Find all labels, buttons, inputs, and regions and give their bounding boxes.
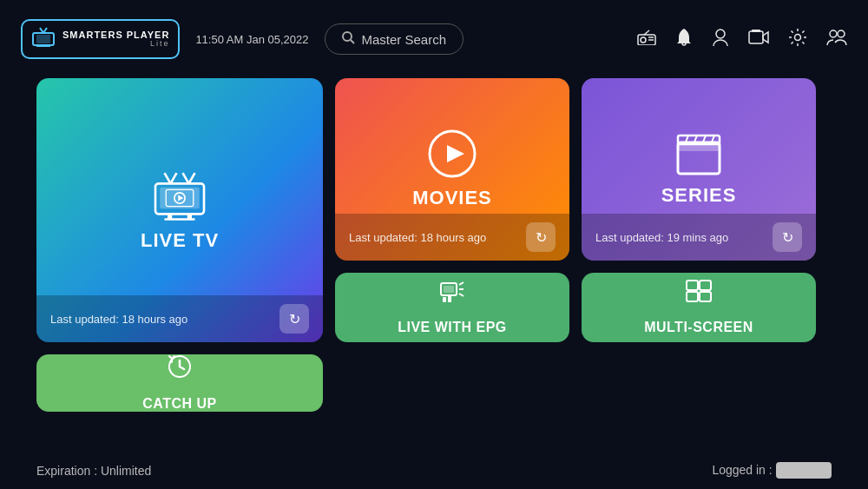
svg-line-43: [459, 282, 464, 285]
expiration-text: Expiration : Unlimited: [36, 464, 151, 478]
svg-rect-51: [700, 292, 711, 301]
svg-point-19: [838, 30, 845, 37]
header: SMARTERS PLAYER Lite 11:50 AM Jan 05,202…: [0, 0, 868, 78]
live-tv-icon: [149, 169, 210, 221]
movies-icon: [428, 129, 477, 178]
record-icon[interactable]: [748, 30, 769, 50]
brand-lite: Lite: [62, 40, 169, 49]
live-epg-icon: [440, 280, 464, 308]
multi-screen-title: MULTI-SCREEN: [644, 319, 753, 335]
catch-up-icon: [168, 354, 192, 385]
catch-up-card[interactable]: CATCH UP: [36, 354, 323, 412]
series-card[interactable]: SERIES Last updated: 19 mins ago ↻: [582, 78, 816, 261]
footer: Expiration : Unlimited Logged in : •••••…: [0, 452, 868, 489]
series-icon: [674, 132, 723, 175]
svg-point-18: [830, 30, 837, 37]
live-tv-bottom: Last updated: 18 hours ago ↻: [36, 295, 323, 342]
header-icons: [637, 28, 847, 51]
datetime: 11:50 AM Jan 05,2022: [195, 33, 308, 46]
logged-in-section: Logged in : ••••••••: [712, 462, 832, 479]
svg-line-8: [351, 40, 354, 43]
series-updated: Last updated: 19 mins ago: [595, 231, 728, 244]
logged-in-value: ••••••••: [776, 462, 832, 479]
series-title: SERIES: [661, 184, 737, 207]
live-tv-card[interactable]: LIVE TV Last updated: 18 hours ago ↻: [36, 78, 323, 342]
svg-line-23: [171, 173, 177, 183]
profile-icon[interactable]: [712, 28, 729, 51]
logged-in-label: Logged in :: [712, 463, 772, 477]
switch-profile-icon[interactable]: [826, 29, 847, 50]
radio-icon[interactable]: [637, 30, 656, 50]
main-grid: LIVE TV Last updated: 18 hours ago ↻ MOV…: [0, 78, 868, 412]
live-epg-title: LIVE WITH EPG: [398, 319, 507, 335]
search-icon: [341, 30, 355, 48]
live-tv-title: LIVE TV: [141, 229, 219, 252]
notification-icon[interactable]: [675, 28, 693, 51]
svg-line-25: [189, 173, 195, 183]
live-tv-refresh[interactable]: ↻: [279, 304, 309, 334]
logo[interactable]: SMARTERS PLAYER Lite: [21, 19, 180, 59]
svg-rect-16: [752, 30, 760, 32]
svg-point-10: [641, 37, 646, 43]
svg-point-7: [343, 32, 352, 41]
svg-rect-46: [443, 297, 446, 302]
live-tv-updated: Last updated: 18 hours ago: [50, 313, 187, 326]
search-bar[interactable]: Master Search: [325, 23, 464, 55]
movies-title: MOVIES: [412, 187, 492, 209]
movies-card[interactable]: MOVIES Last updated: 18 hours ago ↻: [335, 78, 569, 261]
multi-screen-icon: [686, 280, 712, 308]
svg-rect-1: [36, 35, 50, 43]
svg-rect-15: [749, 31, 763, 43]
svg-rect-49: [700, 281, 711, 290]
svg-line-45: [459, 294, 464, 296]
svg-line-22: [165, 173, 171, 183]
svg-line-24: [183, 173, 189, 183]
search-placeholder: Master Search: [362, 32, 447, 47]
logo-tv-icon: [31, 26, 56, 52]
multi-screen-card[interactable]: MULTI-SCREEN: [582, 273, 816, 342]
svg-rect-42: [444, 286, 454, 293]
svg-point-17: [795, 34, 801, 40]
settings-icon[interactable]: [788, 28, 807, 51]
svg-rect-47: [448, 295, 451, 302]
movies-bottom: Last updated: 18 hours ago ↻: [335, 214, 569, 261]
svg-rect-48: [687, 281, 698, 290]
catch-up-title: CATCH UP: [142, 395, 216, 412]
live-epg-card[interactable]: LIVE WITH EPG: [335, 273, 569, 342]
series-bottom: Last updated: 19 mins ago ↻: [582, 214, 816, 261]
svg-marker-33: [447, 145, 464, 162]
svg-point-14: [716, 30, 725, 38]
series-refresh[interactable]: ↻: [773, 222, 802, 252]
movies-updated: Last updated: 18 hours ago: [349, 231, 486, 244]
movies-refresh[interactable]: ↻: [526, 222, 556, 252]
svg-rect-50: [687, 292, 698, 301]
